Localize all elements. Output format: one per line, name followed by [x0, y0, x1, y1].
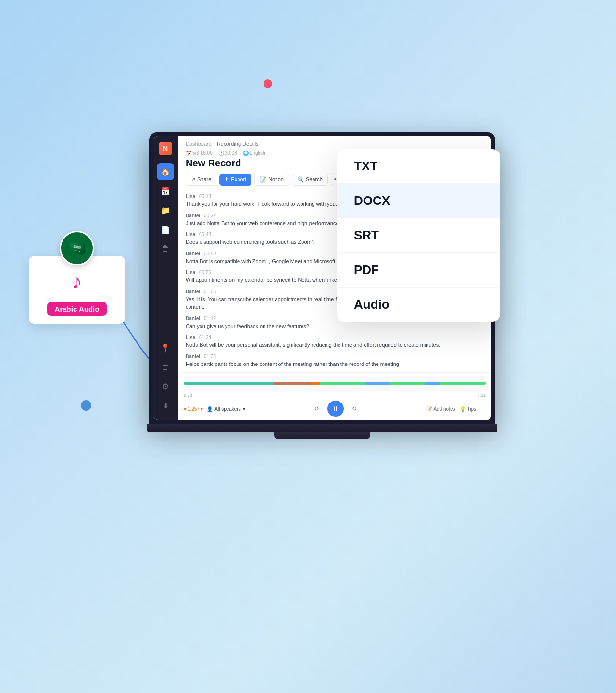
sidebar: N 🏠 📅 📁 📄 🗑 📍 🗑 ⚙ ⬇: [153, 136, 178, 420]
file-card: ♪ Arabic Audio: [29, 256, 125, 324]
speaker-name: Lisa: [186, 335, 195, 340]
notion-icon: 📝: [260, 176, 266, 183]
speed-chevron-icon: ▾: [201, 406, 203, 412]
rewind-button[interactable]: ↺: [311, 403, 323, 415]
speed-heart-icon: ♥: [184, 406, 187, 412]
time-start: 8:23: [184, 393, 192, 398]
speaker-name: Daniel: [186, 251, 200, 256]
export-dropdown: TXT DOCX SRT PDF Audio: [337, 149, 500, 322]
music-icon: ♪: [63, 267, 91, 296]
waveform-track: [184, 382, 486, 385]
export-icon: ⬆: [225, 176, 229, 183]
breadcrumb-separator: /: [214, 141, 215, 147]
sidebar-item-document[interactable]: 📄: [157, 221, 174, 238]
decorative-dot-pink: [264, 79, 272, 88]
export-option-pdf[interactable]: PDF: [337, 253, 500, 288]
sidebar-item-delete[interactable]: 🗑: [157, 358, 174, 376]
player-right: 📝 Add notes 💡 Tips ⋯: [426, 406, 486, 412]
speaker-name: Daniel: [186, 213, 200, 218]
forward-button[interactable]: ↻: [349, 403, 360, 415]
player-left: ♥ 1.25× ▾ 👤 All speakers ▾: [184, 406, 245, 412]
meta-date: 📅 5/6 16:00: [186, 151, 213, 156]
speaker-time: 01:12: [204, 316, 216, 321]
speaker-name: Lisa: [186, 232, 195, 237]
arabic-audio-card: 🇸🇦 ♪ Arabic Audio: [29, 231, 125, 324]
sidebar-item-download[interactable]: ⬇: [157, 397, 174, 414]
export-option-txt[interactable]: TXT: [337, 149, 500, 184]
search-icon: 🔍: [297, 176, 304, 183]
share-button[interactable]: ↗ Share: [186, 174, 216, 186]
time-end: 8:32: [477, 393, 486, 398]
speaker-name: Daniel: [186, 316, 200, 321]
sidebar-item-location[interactable]: 📍: [157, 339, 174, 356]
search-button[interactable]: 🔍 Search: [292, 174, 328, 186]
player-controls: ♥ 1.25× ▾ 👤 All speakers ▾ ↺: [184, 401, 486, 417]
sidebar-item-settings[interactable]: ⚙: [157, 378, 174, 395]
sidebar-item-home[interactable]: 🏠: [157, 163, 174, 180]
speaker-time: 00:22: [204, 213, 216, 218]
speakers-icon: 👤: [207, 406, 213, 412]
speaker-time: 00:56: [199, 270, 211, 275]
speaker-time: 00:50: [204, 251, 216, 256]
sidebar-item-folder[interactable]: 📁: [157, 202, 174, 219]
speaker-name: Daniel: [186, 289, 200, 294]
export-option-srt[interactable]: SRT: [337, 218, 500, 253]
speaker-name: Lisa: [186, 270, 195, 275]
export-option-docx[interactable]: DOCX: [337, 184, 500, 218]
export-option-audio[interactable]: Audio: [337, 288, 500, 322]
more-options-button[interactable]: ⋯: [481, 406, 486, 412]
laptop-stand: [274, 432, 370, 439]
speaker-name: Lisa: [186, 194, 195, 199]
transcript-text: Notta Bot will be your personal assistan…: [186, 341, 484, 349]
notes-icon: 📝: [426, 406, 432, 412]
transcript-text: Can you give us your feedback on the new…: [186, 322, 484, 330]
sidebar-item-trash[interactable]: 🗑: [157, 240, 174, 257]
meta-language: 🌐 English: [243, 151, 265, 156]
speaker-time: 00:13: [199, 194, 211, 199]
player-center: ↺ ⏸ ↻: [311, 401, 360, 417]
speaker-time: 01:35: [204, 354, 216, 359]
pause-button[interactable]: ⏸: [327, 401, 344, 417]
breadcrumb-parent[interactable]: Dashboard: [186, 141, 212, 147]
tips-button[interactable]: 💡 Tips: [460, 406, 476, 412]
tips-icon: 💡: [460, 406, 465, 412]
speed-button[interactable]: ♥ 1.25× ▾: [184, 406, 203, 412]
add-notes-button[interactable]: 📝 Add notes: [426, 406, 455, 412]
speaker-time: 01:06: [204, 289, 216, 294]
decorative-dot-blue: [81, 400, 91, 411]
breadcrumb-current: Recording Details: [217, 141, 259, 147]
sidebar-item-calendar[interactable]: 📅: [157, 182, 174, 200]
breadcrumb: Dashboard / Recording Details: [178, 136, 491, 149]
speaker-time: 00:43: [199, 232, 211, 237]
meta-duration: 🕐 20:08: [218, 151, 237, 156]
laptop-base: [147, 424, 497, 432]
sidebar-logo[interactable]: N: [159, 142, 172, 155]
share-icon: ↗: [191, 176, 195, 183]
notion-button[interactable]: 📝 Notion: [254, 174, 289, 186]
time-labels: 8:23 8:32: [184, 393, 486, 398]
export-button[interactable]: ⬆ Export: [219, 174, 251, 186]
speaker-name: Daniel: [186, 354, 200, 359]
audio-player: 8:23 8:32 ♥ 1.25× ▾ 👤 All s: [178, 372, 491, 420]
speakers-chevron-icon: ▾: [243, 406, 245, 412]
transcript-entry-8: Daniel 01:35 Helps participants focus on…: [186, 354, 484, 368]
waveform[interactable]: [184, 376, 486, 391]
transcript-entry-7: Lisa 01:24 Notta Bot will be your person…: [186, 335, 484, 349]
speakers-button[interactable]: 👤 All speakers ▾: [207, 406, 245, 412]
speaker-time: 01:24: [199, 335, 211, 340]
arabic-audio-label: Arabic Audio: [47, 302, 107, 316]
saudi-flag: 🇸🇦: [60, 231, 94, 265]
transcript-text: Helps participants focus on the content …: [186, 360, 484, 368]
waveform-progress: [184, 382, 311, 385]
